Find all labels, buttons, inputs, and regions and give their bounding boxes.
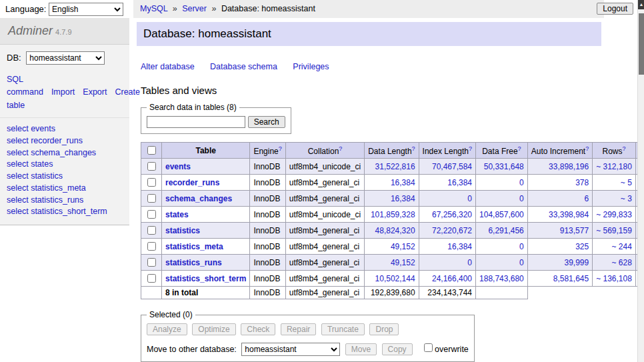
privileges-link[interactable]: Privileges <box>293 62 329 71</box>
overwrite-checkbox[interactable] <box>424 343 433 352</box>
index-length-link[interactable]: 16,384 <box>447 242 472 251</box>
table-row: statistics_short_term InnoDB utf8mb4_gen… <box>141 271 644 287</box>
data-length-link[interactable]: 16,384 <box>391 194 415 203</box>
scroll-up-arrow-icon[interactable]: ▲ <box>638 0 644 9</box>
help-link[interactable]: ? <box>585 145 589 152</box>
help-link[interactable]: ? <box>518 145 521 152</box>
data-length-link[interactable]: 48,824,320 <box>375 226 415 235</box>
sidebar-item-statistics-meta[interactable]: select statistics_meta <box>7 183 123 195</box>
breadcrumb-mysql-link[interactable]: MySQL <box>140 4 167 13</box>
help-link[interactable]: ? <box>623 145 626 152</box>
index-length-link[interactable]: 16,384 <box>447 178 472 187</box>
sidebar-item-recorder-runs[interactable]: select recorder_runs <box>7 135 123 147</box>
table-link[interactable]: statistics <box>165 226 200 235</box>
help-link[interactable]: ? <box>339 145 342 152</box>
search-input[interactable] <box>147 116 245 128</box>
data-length-link[interactable]: 49,152 <box>391 242 415 251</box>
truncate-button[interactable]: Truncate <box>321 323 365 335</box>
check-button[interactable]: Check <box>241 323 275 335</box>
language-label: Language: <box>5 4 46 14</box>
auto-increment-link[interactable]: 325 <box>575 242 589 251</box>
auto-increment-link[interactable]: 913,577 <box>560 226 589 235</box>
sidebar-import-link[interactable]: Import <box>51 87 75 97</box>
data-length-link[interactable]: 101,859,328 <box>371 210 415 219</box>
scrollbar-thumb[interactable] <box>639 13 644 75</box>
rows-count-link[interactable]: ~ 299,833 <box>596 210 632 219</box>
data-length-link[interactable]: 31,522,816 <box>375 162 415 171</box>
sidebar-item-states[interactable]: select states <box>7 159 123 171</box>
analyze-button[interactable]: Analyze <box>147 323 187 335</box>
table-link[interactable]: recorder_runs <box>165 178 219 187</box>
rows-count-link[interactable]: ~ 244 <box>612 242 632 251</box>
data-length-link[interactable]: 10,502,144 <box>375 274 415 283</box>
data-free-link[interactable]: 6,291,456 <box>488 226 523 235</box>
data-length-link[interactable]: 49,152 <box>391 258 415 267</box>
data-free-link[interactable]: 50,331,648 <box>484 162 524 171</box>
sidebar-item-statistics-runs[interactable]: select statistics_runs <box>7 195 123 207</box>
rows-count-link[interactable]: ~ 628 <box>612 258 632 267</box>
drop-button[interactable]: Drop <box>369 323 399 335</box>
rows-count-link[interactable]: ~ 312,180 <box>596 162 632 171</box>
data-free-link[interactable]: 104,857,600 <box>479 210 524 219</box>
index-length-link[interactable]: 72,220,672 <box>432 226 472 235</box>
sidebar-item-statistics-short-term[interactable]: select statistics_short_term <box>7 206 123 218</box>
breadcrumb-server-link[interactable]: Server <box>182 4 207 13</box>
db-select[interactable]: homeassistant <box>26 51 105 65</box>
select-all-checkbox[interactable] <box>147 146 156 155</box>
search-button[interactable]: Search <box>248 116 285 128</box>
help-link[interactable]: ? <box>412 145 415 152</box>
logout-button[interactable]: Logout <box>597 3 633 15</box>
scrollbar[interactable]: ▲ <box>637 0 644 362</box>
data-free-link[interactable]: 0 <box>519 258 524 267</box>
index-length-link[interactable]: 70,467,584 <box>432 162 472 171</box>
data-free-link[interactable]: 0 <box>519 242 524 251</box>
move-database-select[interactable]: homeassistant <box>241 343 340 356</box>
auto-increment-link[interactable]: 8,581,645 <box>553 274 589 283</box>
row-select-checkbox[interactable] <box>147 162 156 171</box>
table-link[interactable]: states <box>165 210 189 219</box>
row-select-checkbox[interactable] <box>147 210 156 219</box>
table-link[interactable]: statistics_meta <box>165 242 223 251</box>
rows-count-link[interactable]: ~ 569,159 <box>596 226 632 235</box>
sidebar-export-link[interactable]: Export <box>83 87 107 97</box>
table-link[interactable]: statistics_short_term <box>165 274 246 283</box>
sidebar-sql-command-link[interactable]: SQL command <box>7 75 43 97</box>
index-length-link[interactable]: 24,166,400 <box>432 274 472 283</box>
index-length-link[interactable]: 67,256,320 <box>432 210 472 219</box>
row-select-checkbox[interactable] <box>147 258 156 267</box>
auto-increment-link[interactable]: 6 <box>584 194 589 203</box>
index-length-link[interactable]: 0 <box>467 258 472 267</box>
rows-count-link[interactable]: ~ 136,108 <box>596 274 632 283</box>
language-select[interactable]: English <box>49 3 123 16</box>
table-link[interactable]: schema_changes <box>165 194 232 203</box>
sidebar-item-statistics[interactable]: select statistics <box>7 171 123 183</box>
rows-count-link[interactable]: ~ 3 <box>621 194 632 203</box>
data-length-link[interactable]: 16,384 <box>391 178 415 187</box>
optimize-button[interactable]: Optimize <box>192 323 235 335</box>
auto-increment-link[interactable]: 33,398,984 <box>549 210 589 219</box>
row-select-checkbox[interactable] <box>147 274 156 283</box>
auto-increment-link[interactable]: 33,898,196 <box>549 162 589 171</box>
database-schema-link[interactable]: Database schema <box>210 62 277 71</box>
sidebar-item-events[interactable]: select events <box>7 123 123 135</box>
table-link[interactable]: events <box>165 162 191 171</box>
auto-increment-link[interactable]: 39,999 <box>564 258 589 267</box>
sidebar-item-schema-changes[interactable]: select schema_changes <box>7 147 123 159</box>
table-link[interactable]: statistics_runs <box>165 258 222 267</box>
help-link[interactable]: ? <box>469 145 472 152</box>
data-free-link[interactable]: 188,743,680 <box>479 274 524 283</box>
auto-increment-link[interactable]: 378 <box>575 178 589 187</box>
row-select-checkbox[interactable] <box>147 194 156 203</box>
move-button[interactable]: Move <box>345 343 377 355</box>
help-link[interactable]: ? <box>279 145 282 152</box>
rows-count-link[interactable]: ~ 5 <box>621 178 632 187</box>
copy-button[interactable]: Copy <box>382 343 413 355</box>
alter-database-link[interactable]: Alter database <box>141 62 195 71</box>
row-select-checkbox[interactable] <box>147 178 156 187</box>
row-select-checkbox[interactable] <box>147 242 156 251</box>
row-select-checkbox[interactable] <box>147 226 156 235</box>
data-free-link[interactable]: 0 <box>519 178 524 187</box>
index-length-link[interactable]: 0 <box>467 194 472 203</box>
data-free-link[interactable]: 0 <box>519 194 524 203</box>
repair-button[interactable]: Repair <box>281 323 316 335</box>
